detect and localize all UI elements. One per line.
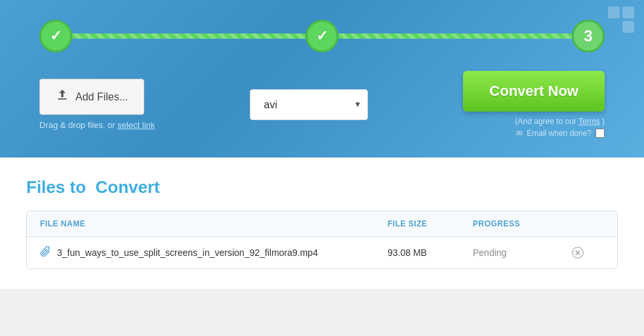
progress-status: Pending xyxy=(473,247,571,258)
col-header-filename: FILE NAME xyxy=(40,219,388,228)
convert-section: Convert Now (And agree to our Terms ) ✉ … xyxy=(463,71,605,138)
step-2-label: ✓ xyxy=(316,28,328,45)
paperclip-icon xyxy=(40,246,50,259)
banner: ✓ ✓ 3 Add Files... Drag & dro xyxy=(0,0,644,158)
table-header: FILE NAME FILE SIZE PROGRESS xyxy=(27,211,617,237)
terms-link[interactable]: Terms xyxy=(578,117,600,126)
step-2: ✓ xyxy=(306,20,338,52)
email-checkbox[interactable] xyxy=(595,129,605,138)
controls-row: Add Files... Drag & drop files, or selec… xyxy=(39,71,605,138)
col-header-progress: PROGRESS xyxy=(473,219,571,228)
format-select[interactable]: avi mp4 mkv mov wmv flv webm mpeg xyxy=(250,89,368,120)
svg-rect-1 xyxy=(622,7,634,18)
email-label: Email when done? xyxy=(527,129,592,138)
email-row: ✉ Email when done? xyxy=(516,129,605,138)
section-title-plain: Files to xyxy=(26,177,86,197)
select-wrapper: avi mp4 mkv mov wmv flv webm mpeg ▼ xyxy=(250,89,368,120)
section-title-highlight: Convert xyxy=(95,177,159,197)
upload-icon xyxy=(56,89,69,105)
step-3: 3 xyxy=(572,20,605,52)
step-3-label: 3 xyxy=(584,27,592,45)
select-link[interactable]: select link xyxy=(117,120,155,130)
drag-drop-text: Drag & drop files, or select link xyxy=(39,120,155,130)
remove-cell xyxy=(571,246,604,259)
svg-rect-2 xyxy=(622,21,634,33)
add-files-section: Add Files... Drag & drop files, or selec… xyxy=(39,79,155,130)
step-1: ✓ xyxy=(39,20,72,52)
main-content: Files to Convert FILE NAME FILE SIZE PRO… xyxy=(0,158,644,289)
step-line-1 xyxy=(72,33,306,39)
step-1-label: ✓ xyxy=(50,28,62,45)
svg-rect-0 xyxy=(608,7,620,18)
file-size: 93.08 MB xyxy=(388,247,473,258)
table-row: 3_fun_ways_to_use_split_screens_in_versi… xyxy=(27,237,617,268)
add-files-button[interactable]: Add Files... xyxy=(39,79,144,115)
add-files-label: Add Files... xyxy=(75,91,128,103)
col-header-filesize: FILE SIZE xyxy=(388,219,473,228)
file-name: 3_fun_ways_to_use_split_screens_in_versi… xyxy=(57,247,318,258)
col-header-actions xyxy=(571,219,604,228)
section-title: Files to Convert xyxy=(26,177,618,198)
convert-now-button[interactable]: Convert Now xyxy=(463,71,605,112)
files-table: FILE NAME FILE SIZE PROGRESS 3_fun_ways_… xyxy=(26,211,618,269)
remove-file-button[interactable] xyxy=(571,246,584,259)
step-line-2 xyxy=(338,33,572,39)
corner-decoration xyxy=(608,7,634,35)
steps-progress: ✓ ✓ 3 xyxy=(39,20,605,52)
email-icon: ✉ xyxy=(516,129,523,138)
file-name-cell: 3_fun_ways_to_use_split_screens_in_versi… xyxy=(40,246,388,259)
format-select-wrap: avi mp4 mkv mov wmv flv webm mpeg ▼ xyxy=(250,89,368,120)
terms-text: (And agree to our Terms ) xyxy=(515,117,605,126)
